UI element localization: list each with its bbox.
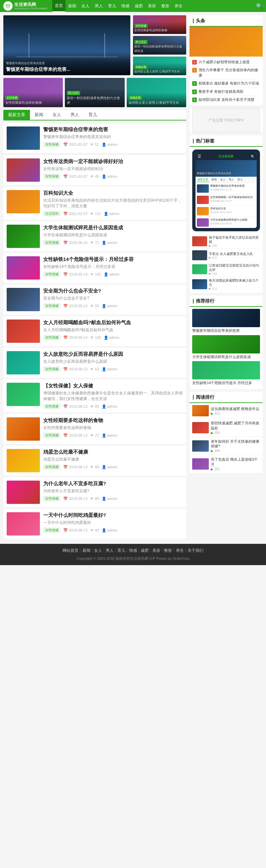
footer-link-news[interactable]: 新闻 — [82, 548, 91, 554]
article-item: 女性经期要多吃这样的食物 女性经期要多吃这样的食物 女性保健 📅 2019-08… — [3, 414, 186, 444]
tab-women[interactable]: 女人 — [48, 110, 66, 120]
hero-side: 女性保健 女性经期多吃这样的食物 男人宣言 那些一秒识别职场草色男性的六大老虎近… — [133, 15, 186, 75]
article-date: 📅 2019-08-13 — [63, 367, 88, 371]
article-title[interactable]: 女性经期要多吃这样的食物 — [43, 417, 183, 424]
footer-link-emotion[interactable]: 情感 — [129, 548, 137, 554]
hero-section: 警惕更年期综合症带来的危害 警惕更年期综合症带来的危害... 女性保健 女性经期… — [3, 15, 186, 75]
logo-main-text: 生活资讯网 — [14, 2, 47, 7]
hero-side-item-2[interactable]: 男人宣言 那些一秒识别职场草色男性的六大老虎近况 — [133, 36, 186, 55]
tab-news[interactable]: 新闻 — [30, 110, 48, 120]
footer-link-men[interactable]: 男人 — [106, 548, 114, 554]
article-tag[interactable]: 女性保健 — [43, 496, 61, 501]
nav-item-women[interactable]: 女人 — [79, 0, 92, 12]
feat-title-2: 那些一秒识别职场草色男性的六大老虎 — [67, 96, 122, 105]
article-tag[interactable]: 生活百科 — [43, 211, 61, 216]
nav-item-health[interactable]: 养生 — [172, 0, 185, 12]
hero-main-title[interactable]: 警惕更年期综合症带来的危害... — [6, 67, 128, 72]
tab-latest[interactable]: 最新文章 — [3, 110, 30, 120]
footer-link-slim[interactable]: 减肥 — [141, 548, 148, 554]
hero-side-item-3[interactable]: 保健必看 如何防止老人发情 让爸妈节节生长 — [133, 57, 186, 75]
top-news-item[interactable]: 4 整形手术 有效打造精美局部 — [192, 88, 260, 96]
article-title[interactable]: 女性缺铁14个危险信号提示：月经过多容 — [43, 256, 183, 262]
tab-children[interactable]: 育儿 — [84, 110, 102, 120]
nav-item-home[interactable]: 首页 — [52, 0, 66, 12]
rec-item-1[interactable]: 警惕更年期综合症带来的危害 — [192, 309, 260, 333]
nav-item-children[interactable]: 育儿 — [105, 0, 119, 12]
nav-item-news[interactable]: 新闻 — [66, 0, 79, 12]
search-nav-icon[interactable]: 🔍 — [256, 3, 263, 9]
footer-link-health[interactable]: 养生 — [176, 548, 184, 554]
nav-item-emotion[interactable]: 情感 — [119, 0, 132, 12]
article-tag[interactable]: 女性保健 — [43, 142, 61, 147]
article-thumb — [7, 225, 40, 248]
article-tag[interactable]: 女性保健 — [43, 335, 61, 340]
article-date: 📅 2020-06-15 — [63, 241, 88, 245]
featured-item-2[interactable]: 男人宣言 那些一秒识别职场草色男性的六大老虎 — [65, 78, 124, 107]
article-tag[interactable]: 女性保健 — [43, 528, 61, 533]
read-item-1[interactable]: 这头跑着快速减肥 夜晚老年运 ▶ 432 — [190, 403, 263, 419]
read-item-4[interactable]: 排了负血后 喝水上是连续3个月 ▶ 251 — [190, 455, 263, 473]
article-tag[interactable]: 女性保健 — [43, 272, 61, 277]
article-title[interactable]: 为什么老年人不宜多吃豆腐? — [43, 480, 183, 487]
article-title[interactable]: 鸡蛋怎么吃最不健康 — [43, 449, 183, 455]
article-views: 👁 90 — [90, 465, 99, 469]
article-meta: 女性保健 📅 2019-08-13 👁 43 👤 admin — [43, 528, 183, 533]
top-news-item[interactable]: 1 六个减肥小妙招带你快速上坡度 — [192, 58, 260, 66]
top-news-item[interactable]: 3 初级拿出 做好最多 有效行为六个区域 — [192, 80, 260, 88]
rec-header: 推荐排行 — [190, 296, 263, 307]
footer-link-beauty[interactable]: 美容 — [152, 548, 160, 554]
read-item-2[interactable]: 那些快速减肥 减肥了月内有效益处 ▶ 359 — [190, 419, 263, 437]
nav-item-plastic[interactable]: 整形 — [159, 0, 172, 12]
article-views: 👁 85 — [90, 404, 99, 408]
featured-item-3[interactable]: 保健必看 如何防止老人发情 让爸妈节节生长 — [127, 78, 186, 107]
read-item-3[interactable]: 老年如何好 关于太快速的健康保健? ▶ 288 — [190, 437, 263, 455]
hot-link-item-2[interactable]: 字若点 女人减肥要主动走入队 ▶ 122 — [191, 249, 261, 262]
footer-link-children[interactable]: 育儿 — [118, 548, 125, 554]
footer-link-women[interactable]: 女人 — [94, 548, 102, 554]
article-meta: 女性保健 📅 2019-08-13 👁 90 👤 admin — [43, 464, 183, 470]
article-desc: 警惕更年期综合症带来的危害其实你的 — [43, 134, 183, 140]
article-title[interactable]: 安全期为什么也会不安全? — [43, 288, 183, 294]
article-tag[interactable]: 女性保健 — [43, 464, 61, 470]
footer-link-plastic[interactable]: 整形 — [164, 548, 172, 554]
top-news-item[interactable]: 2 强壮六件事要干 充分形成你体内的健康 — [192, 66, 260, 80]
nav-item-men[interactable]: 男人 — [92, 0, 105, 12]
article-title[interactable]: 大学生体能测试猝死是什么原因造成 — [43, 225, 183, 231]
footer-link-home[interactable]: 网站首页 — [63, 548, 78, 554]
article-title[interactable]: 女人月经期喝醋血吗?献血后如何补气血 — [43, 319, 183, 326]
article-title[interactable]: 【女性保健】女人保健 — [43, 383, 183, 389]
top-news-bar — [193, 19, 194, 23]
article-title[interactable]: 警惕更年期综合症带来的危害 — [43, 126, 183, 133]
mobile-article-1: 警惕更年期综合症带来的危害 女性保健 2021-01-07 — [196, 183, 257, 194]
nav-item-slim[interactable]: 减肥 — [132, 0, 145, 12]
footer-link-about[interactable]: 关于我们 — [188, 548, 203, 554]
article-thumb — [7, 319, 40, 343]
article-tag[interactable]: 女性保健 — [43, 303, 61, 309]
article-title[interactable]: 女人故意吃少反而容易胖是什么原因 — [43, 351, 183, 358]
rec-item-3[interactable]: 女性缺铁14个危险信号提示 月经过多 — [192, 361, 260, 387]
nav-item-beauty[interactable]: 美容 — [145, 0, 159, 12]
hot-link-item-3[interactable]: 江西省10家宝宝医院宝宝的介绍与点评 ▶ 119 — [191, 262, 261, 277]
article-views: 👁 88 — [90, 497, 99, 501]
article-title[interactable]: 百科知识大全 — [43, 190, 183, 196]
hot-link-item-1[interactable]: 孩子饭后不粘手机六岁以后这些原因 ▶ 126 — [191, 234, 261, 249]
featured-item-1[interactable]: 女性保健 女性经期多吃这样的食物 — [3, 78, 63, 107]
article-tag[interactable]: 女性保健 — [43, 433, 61, 438]
article-tag[interactable]: 女性保健 — [43, 240, 61, 245]
tab-men[interactable]: 男人 — [66, 110, 84, 120]
article-tag[interactable]: 女性保健 — [43, 366, 61, 372]
article-title[interactable]: 一天中什么时间吃鸡蛋最好? — [43, 512, 183, 519]
tabs-bar: 最新文章 新闻 女人 男人 育儿 — [3, 110, 186, 121]
article-item: 女人月经期喝醋血吗?献血后如何补气血 女人月经期喝醋血吗?献血后如何补气血 女性… — [3, 316, 186, 346]
article-title[interactable]: 女性有这类病一定不能就诊得好好治 — [43, 158, 183, 165]
top-news-item[interactable]: 5 如何防治白发 送给你十套关于清楚 — [192, 96, 260, 103]
article-tag[interactable]: 女性保健 — [43, 174, 61, 179]
hero-side-item-1[interactable]: 女性保健 女性经期多吃这样的食物 — [133, 15, 186, 34]
hot-link-item-4[interactable]: 每天清晨起床减肥吃来减少这几个方 ▶ 112 — [191, 277, 261, 291]
ad-section: 广告位置 370X270PX — [190, 108, 263, 133]
mobile-article-3: 百科知识大全 生活百科 2021-01-07 — [196, 206, 257, 217]
article-views: 👁 43 — [90, 528, 99, 532]
rec-item-2[interactable]: 大学生体能测试猝死是什么原因造成 — [192, 335, 260, 359]
article-tag[interactable]: 女性保健 — [43, 404, 61, 409]
main-nav: 首页 新闻 女人 男人 育儿 情感 减肥 美容 整形 养生 🔍 — [52, 0, 263, 12]
